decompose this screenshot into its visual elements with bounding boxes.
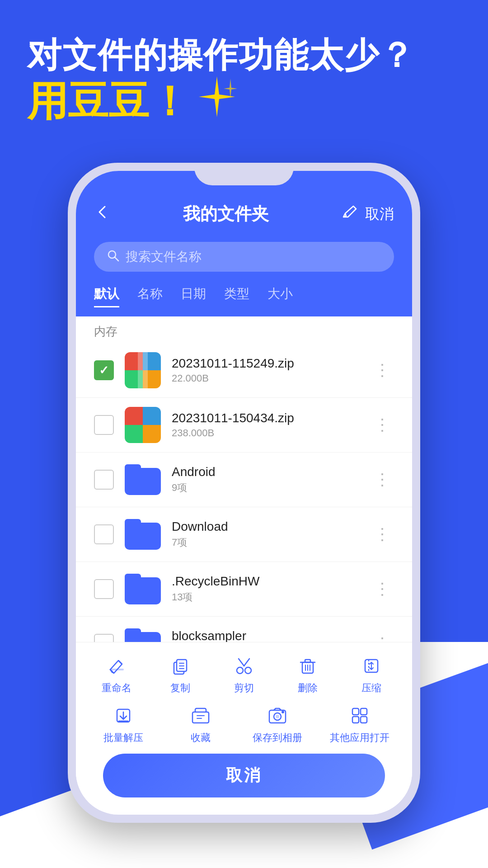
list-item[interactable]: Download 7项 ⋮ — [76, 507, 412, 562]
cancel-button-wrap: 取消 — [76, 749, 412, 811]
trash-icon — [296, 654, 319, 678]
file-info-2: 20231011-150434.zip 238.000B — [172, 411, 360, 439]
svg-point-28 — [282, 711, 284, 713]
file-info-3: Android 9项 — [172, 465, 360, 495]
file-more-2[interactable]: ⋮ — [371, 415, 394, 434]
list-item[interactable]: .RecycleBinHW 13项 ⋮ — [76, 562, 412, 617]
svg-rect-14 — [305, 660, 310, 662]
svg-point-27 — [276, 715, 279, 718]
file-meta-5: 13项 — [172, 590, 360, 604]
copy-icon — [169, 654, 192, 678]
bookmark-icon — [189, 704, 212, 727]
file-meta-1: 22.000B — [172, 373, 360, 384]
cut-button[interactable]: 剪切 — [219, 654, 269, 695]
delete-label: 删除 — [298, 681, 318, 695]
photo-icon — [266, 704, 289, 727]
file-name-1: 20231011-115249.zip — [172, 356, 360, 371]
file-info-1: 20231011-115249.zip 22.000B — [172, 356, 360, 384]
file-info-6: blocksampler 0项 — [172, 629, 360, 642]
sort-tab-default[interactable]: 默认 — [94, 285, 119, 307]
checkbox-2[interactable] — [94, 415, 114, 435]
hero-star-icon — [194, 74, 239, 129]
phone-outer: 我的文件夹 取消 — [68, 163, 420, 823]
file-icon-folder-android — [125, 462, 161, 498]
checkbox-4[interactable] — [94, 524, 114, 544]
search-placeholder: 搜索文件名称 — [126, 248, 202, 265]
checkbox-1[interactable] — [94, 360, 114, 380]
search-bar: 搜索文件名称 — [76, 235, 412, 285]
file-list: 内存 — [76, 316, 412, 642]
file-info-4: Download 7项 — [172, 519, 360, 549]
sort-tabs: 默认 名称 日期 类型 大小 — [76, 285, 412, 316]
search-icon — [107, 249, 119, 265]
copy-label: 复制 — [170, 681, 190, 695]
file-more-5[interactable]: ⋮ — [371, 580, 394, 599]
file-more-6[interactable]: ⋮ — [371, 634, 394, 642]
list-item[interactable]: 20231011-115249.zip 22.000B ⋮ — [76, 343, 412, 398]
file-icon-folder-download — [125, 516, 161, 552]
file-name-6: blocksampler — [172, 629, 360, 642]
hero-title: 对文件的操作功能太少？ — [27, 36, 415, 74]
list-item[interactable]: 20231011-150434.zip 238.000B ⋮ — [76, 398, 412, 453]
checkbox-5[interactable] — [94, 579, 114, 599]
toolbar-row-2: 批量解压 — [76, 699, 412, 749]
delete-button[interactable]: 删除 — [283, 654, 333, 695]
favorite-button[interactable]: 收藏 — [176, 704, 225, 745]
sort-tab-date[interactable]: 日期 — [181, 285, 206, 307]
file-name-4: Download — [172, 519, 360, 534]
save-photo-button[interactable]: 保存到相册 — [253, 704, 302, 745]
search-input-wrap[interactable]: 搜索文件名称 — [94, 242, 394, 272]
svg-line-10 — [239, 659, 244, 666]
file-more-1[interactable]: ⋮ — [371, 361, 394, 380]
file-meta-3: 9项 — [172, 481, 360, 495]
list-item[interactable]: Android 9项 ⋮ — [76, 453, 412, 507]
app-content: 我的文件夹 取消 — [76, 171, 412, 815]
open-with-button[interactable]: 其他应用打开 — [330, 704, 389, 745]
file-name-3: Android — [172, 465, 360, 479]
open-with-label: 其他应用打开 — [330, 731, 389, 745]
svg-line-1 — [115, 257, 118, 261]
copy-button[interactable]: 复制 — [155, 654, 205, 695]
file-icon-zip-1 — [125, 352, 161, 388]
file-name-5: .RecycleBinHW — [172, 574, 360, 589]
compress-icon — [360, 654, 383, 678]
file-icon-folder-recycle — [125, 571, 161, 607]
svg-rect-32 — [361, 717, 367, 723]
rename-button[interactable]: 重命名 — [92, 654, 141, 695]
compress-button[interactable]: 压缩 — [347, 654, 396, 695]
bottom-toolbar: 重命名 — [76, 642, 412, 815]
batch-extract-label: 批量解压 — [103, 731, 143, 745]
file-more-4[interactable]: ⋮ — [371, 525, 394, 544]
grid-icon — [348, 704, 371, 727]
extract-icon — [112, 704, 135, 727]
hero-section: 对文件的操作功能太少？ 用豆豆！ — [27, 36, 415, 129]
cancel-nav-label[interactable]: 取消 — [365, 204, 394, 224]
cancel-button[interactable]: 取消 — [103, 754, 385, 797]
navbar-right: 取消 — [342, 204, 394, 224]
file-icon-zip-2 — [125, 407, 161, 443]
cut-label: 剪切 — [234, 681, 254, 695]
batch-extract-button[interactable]: 批量解压 — [99, 704, 148, 745]
list-item[interactable]: blocksampler 0项 ⋮ — [76, 617, 412, 642]
toolbar-row-1: 重命名 — [76, 650, 412, 699]
phone-notch — [194, 163, 294, 185]
checkbox-6[interactable] — [94, 634, 114, 642]
sort-tab-type[interactable]: 类型 — [224, 285, 249, 307]
navbar-title: 我的文件夹 — [183, 203, 269, 226]
svg-rect-30 — [361, 708, 367, 715]
file-more-3[interactable]: ⋮ — [371, 470, 394, 489]
sort-tab-name[interactable]: 名称 — [137, 285, 163, 307]
sort-tab-size[interactable]: 大小 — [267, 285, 293, 307]
rename-label: 重命名 — [102, 681, 131, 695]
edit-icon[interactable] — [342, 204, 358, 224]
back-button[interactable] — [94, 204, 110, 224]
section-label: 内存 — [76, 316, 412, 343]
file-meta-4: 7项 — [172, 536, 360, 549]
svg-point-8 — [237, 667, 243, 674]
file-name-2: 20231011-150434.zip — [172, 411, 360, 425]
svg-line-11 — [244, 659, 249, 666]
checkbox-3[interactable] — [94, 470, 114, 490]
compress-label: 压缩 — [361, 681, 381, 695]
phone-mockup: 我的文件夹 取消 — [68, 163, 420, 796]
svg-point-9 — [245, 667, 251, 674]
